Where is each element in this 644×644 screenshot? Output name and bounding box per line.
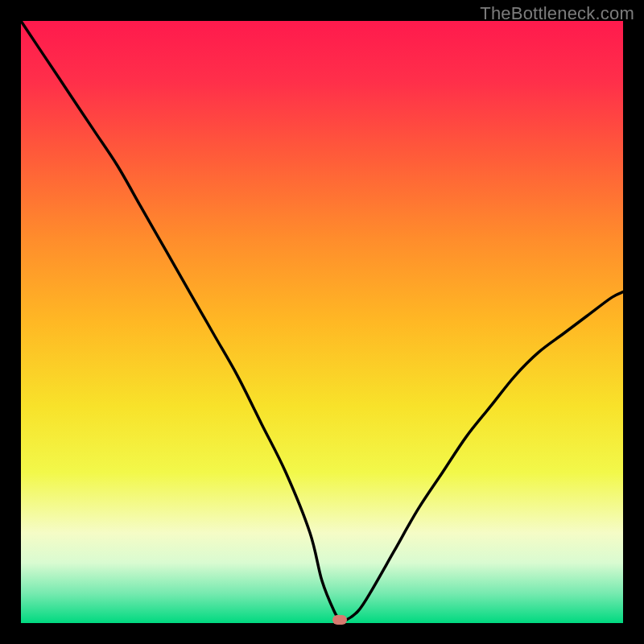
plot-area — [21, 21, 623, 623]
chart-frame: TheBottleneck.com — [0, 0, 644, 644]
watermark-text: TheBottleneck.com — [480, 3, 634, 24]
curve-svg — [21, 21, 623, 623]
bottleneck-curve — [21, 21, 623, 621]
minimum-marker — [332, 615, 347, 625]
